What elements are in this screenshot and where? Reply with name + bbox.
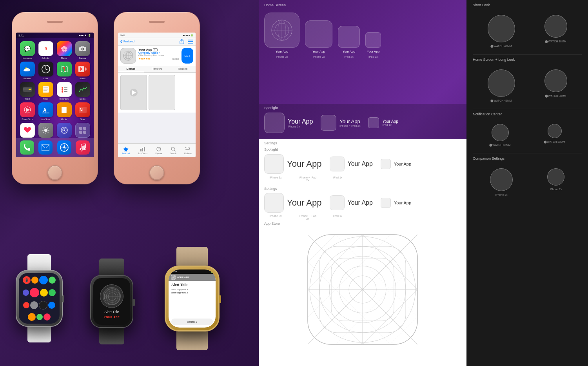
spotlight-label: Spotlight	[259, 104, 466, 111]
app-reminders-label: Reminders	[59, 98, 69, 100]
watch-app-3	[39, 276, 48, 284]
dock-mail[interactable]	[38, 140, 53, 155]
svg-rect-18	[29, 89, 31, 90]
settings-size-labels: iPhone 3x iPhone + iPad 2x iPad 1x	[259, 175, 466, 182]
dock-music[interactable]	[76, 140, 90, 155]
watch-3-notif-header: YOUR APP	[169, 274, 216, 281]
sl-size-42: ⬤WATCH 42MM	[490, 45, 512, 48]
app-notes-label: Notes	[43, 98, 48, 100]
svg-point-39	[44, 129, 47, 132]
app-weather[interactable]: Weather	[19, 62, 35, 80]
svg-point-88	[172, 276, 174, 279]
hs-size-2: iPhone 2x	[312, 55, 325, 58]
svg-point-87	[171, 275, 175, 279]
as-company-arrow: ›	[159, 51, 160, 54]
settings-spotlight-2: Your App	[330, 157, 373, 171]
iphone-1-home-btn[interactable]	[47, 165, 62, 180]
hs-size-3: iPad 2x	[344, 55, 353, 58]
as-nav-topcharts[interactable]: Top Charts	[138, 147, 147, 155]
app-wallet-label: Wallet	[25, 98, 30, 100]
as-nav-featured[interactable]: Featured	[122, 147, 130, 155]
cs-header: Companion Settings	[466, 153, 588, 162]
svg-line-46	[47, 128, 48, 129]
settings-size-5: iPhone + iPad 2x	[298, 215, 318, 220]
app-yourapp[interactable]: Your App	[56, 123, 72, 138]
as-app-badge: 4+	[153, 48, 158, 51]
app-photos[interactable]: 🌸 Photos	[56, 41, 72, 59]
svg-marker-14	[85, 67, 87, 71]
appstore-screen: 9:41 ●●●●● 🔋 Featured	[118, 33, 196, 157]
app-news-label: News	[80, 118, 85, 120]
spotlight-text-3: Your App	[382, 119, 398, 124]
app-messages[interactable]: 💬 Messages	[19, 41, 35, 59]
app-maps[interactable]: Maps	[56, 62, 72, 80]
app-reminders[interactable]: Reminders	[56, 82, 72, 100]
spotlight-icon-3	[368, 117, 379, 128]
home-screen-icons-row: Your App iPhone 3x Your App iPhone 2x Yo…	[259, 9, 466, 62]
dock-safari[interactable]	[57, 140, 71, 155]
app-ibooks[interactable]: iBooks	[56, 102, 72, 120]
as-get-btn[interactable]: GET	[181, 48, 193, 64]
as-tab-reviews[interactable]: Reviews	[144, 66, 170, 72]
appstore-nav: Featured	[118, 38, 196, 46]
as-nav-explore[interactable]: Explore	[155, 147, 162, 155]
as-battery: ●●●●● 🔋	[183, 34, 193, 36]
as-stars: ★★★★★	[138, 57, 150, 60]
svg-rect-36	[62, 107, 66, 113]
app-settings[interactable]: Settings	[38, 123, 54, 138]
as-nav-search[interactable]: Search	[170, 147, 176, 155]
watch-3-action-1[interactable]: Action 1	[171, 319, 213, 325]
iphone-2-home-btn[interactable]	[149, 165, 164, 180]
watch-3-time: 10:09	[171, 270, 177, 273]
app-wallet[interactable]: Wallet	[19, 82, 35, 100]
as-tab-details[interactable]: Details	[118, 66, 144, 72]
app-videos-label: Videos	[80, 77, 85, 80]
as-share-icon[interactable]	[179, 39, 185, 44]
as-tab-related[interactable]: Related	[170, 66, 196, 72]
spotlight-size-3: iPad 1x	[382, 124, 398, 126]
app-maps-label: Maps	[62, 77, 66, 80]
svg-point-50	[64, 129, 65, 131]
app-health[interactable]: Health	[19, 123, 35, 138]
settings-icon-3	[381, 198, 391, 208]
app-calendar[interactable]: 9 Calendar	[38, 41, 54, 59]
app-clock[interactable]: Clock	[38, 62, 54, 80]
app-camera[interactable]: Camera	[74, 41, 91, 59]
app-news[interactable]: N News	[74, 102, 91, 120]
svg-point-27	[62, 91, 63, 93]
settings-size-2: iPhone + iPad 2x	[298, 176, 318, 182]
app-appstore[interactable]: A App Store	[38, 102, 54, 120]
settings-label2: Settings	[259, 186, 466, 192]
spotlight-item-2: Your App iPhone + iPad 2x	[321, 115, 360, 131]
short-look-icons: ⬤WATCH 42MM ⬤WATCH 38MM	[466, 9, 588, 54]
app-itunes[interactable]: iTunes Store	[19, 102, 35, 120]
dock-phone[interactable]	[20, 140, 34, 155]
watch-2-band-top	[99, 259, 124, 275]
as-nav-updates[interactable]: Updates	[184, 147, 192, 155]
hs-icon-ipad1x: Your App iPad 1x	[365, 32, 381, 58]
watch-app-9	[23, 302, 29, 308]
app-folder[interactable]: Folder	[74, 123, 91, 138]
watch-1-body: 📱	[16, 270, 63, 327]
settings-icons-row: Your App Your App Your App	[259, 192, 466, 214]
app-stocks[interactable]: Stocks	[74, 82, 91, 100]
watch-app-13	[28, 313, 36, 321]
svg-rect-19	[43, 86, 49, 93]
svg-line-47	[43, 132, 44, 133]
sl-size-38: ⬤WATCH 38MM	[545, 40, 566, 43]
as-list-icon[interactable]	[188, 39, 193, 44]
hs-icon-3	[338, 26, 360, 48]
status-time-1: 9:41	[18, 34, 24, 37]
as-nav-back[interactable]: Featured	[120, 40, 134, 44]
nc-header: Notification Center	[466, 109, 588, 118]
short-look-header: Short Look	[466, 0, 588, 9]
watch-3-alert-title: Alert Title	[171, 283, 213, 287]
app-grid-1: 💬 Messages 9 Calendar 🌸 Photos	[16, 38, 94, 138]
app-videos[interactable]: Videos	[74, 62, 91, 80]
settings-spotlight-1: Your App	[264, 154, 322, 174]
as-company-name[interactable]: Company Name	[138, 51, 158, 54]
app-notes[interactable]: Notes	[38, 82, 54, 100]
hs-icon-ipad2x: Your App iPad 2x	[338, 26, 360, 58]
settings-spotlight-icon-1	[264, 154, 284, 174]
watch-1-band-top	[27, 254, 51, 270]
